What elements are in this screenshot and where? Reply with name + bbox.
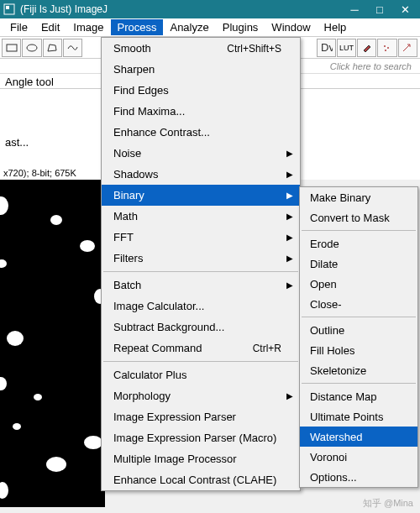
polygon-tool[interactable] xyxy=(43,39,62,57)
freehand-tool[interactable] xyxy=(63,39,82,57)
menu-item-enhance-contrast-[interactable]: Enhance Contrast... xyxy=(102,122,300,143)
menu-item-batch[interactable]: Batch▶ xyxy=(102,275,300,296)
submenu-item-open[interactable]: Open xyxy=(300,274,417,294)
submenu-arrow-icon: ▶ xyxy=(286,170,293,179)
minimize-button[interactable]: ─ xyxy=(343,2,366,17)
menu-item-smooth[interactable]: SmoothCtrl+Shift+S xyxy=(102,38,300,59)
menu-item-find-maxima-[interactable]: Find Maxima... xyxy=(102,101,300,122)
menu-item-shadows[interactable]: Shadows▶ xyxy=(102,164,300,185)
submenu-arrow-icon: ▶ xyxy=(286,280,293,290)
menu-item-noise[interactable]: Noise▶ xyxy=(102,143,300,164)
menu-separator xyxy=(302,317,416,317)
submenu-item-outline[interactable]: Outline xyxy=(300,320,417,340)
menu-item-subtract-background-[interactable]: Subtract Background... xyxy=(102,317,300,338)
submenu-item-erode[interactable]: Erode xyxy=(300,233,417,254)
menu-item-image-expression-parser[interactable]: Image Expression Parser xyxy=(102,406,300,427)
menu-separator xyxy=(302,230,416,231)
svg-point-3 xyxy=(27,44,37,51)
menu-item-morphology[interactable]: Morphology▶ xyxy=(102,385,300,406)
menu-item-calculator-plus[interactable]: Calculator Plus xyxy=(102,364,300,385)
svg-rect-1 xyxy=(6,6,9,9)
menu-image[interactable]: Image xyxy=(66,19,110,35)
menu-window[interactable]: Window xyxy=(265,19,317,35)
menu-process[interactable]: Process xyxy=(111,19,164,35)
svg-point-7 xyxy=(385,50,386,51)
submenu-item-dilate[interactable]: Dilate xyxy=(300,254,417,274)
submenu-item-watershed[interactable]: Watershed xyxy=(300,427,417,447)
search-hint[interactable]: Click here to search xyxy=(330,61,415,71)
oval-tool[interactable] xyxy=(22,39,41,57)
spray-tool[interactable] xyxy=(377,39,396,57)
menu-item-multiple-image-processor[interactable]: Multiple Image Processor xyxy=(102,448,300,469)
dev-tool[interactable]: Dv xyxy=(317,39,336,57)
menu-item-fft[interactable]: FFT▶ xyxy=(102,227,300,248)
menu-item-filters[interactable]: Filters▶ xyxy=(102,248,300,269)
submenu-item-close-[interactable]: Close- xyxy=(300,294,417,314)
submenu-item-ultimate-points[interactable]: Ultimate Points xyxy=(300,406,417,427)
menu-item-find-edges[interactable]: Find Edges xyxy=(102,80,300,101)
svg-point-6 xyxy=(387,47,389,49)
status-text: Angle tool xyxy=(5,76,54,88)
submenu-arrow-icon: ▶ xyxy=(286,233,293,242)
submenu-item-skeletonize[interactable]: Skeletonize xyxy=(300,360,417,380)
submenu-item-fill-holes[interactable]: Fill Holes xyxy=(300,340,417,360)
menu-analyze[interactable]: Analyze xyxy=(163,19,215,35)
watermark: 知乎 @Mina xyxy=(363,497,413,510)
menu-separator xyxy=(103,271,298,272)
menu-item-sharpen[interactable]: Sharpen xyxy=(102,59,300,80)
submenu-arrow-icon: ▶ xyxy=(286,191,293,200)
menu-item-binary[interactable]: Binary▶ xyxy=(102,185,300,206)
menu-item-math[interactable]: Math▶ xyxy=(102,206,300,227)
menu-separator xyxy=(103,361,298,362)
menu-edit[interactable]: Edit xyxy=(34,19,66,35)
window-title: (Fiji Is Just) ImageJ xyxy=(20,3,343,15)
svg-point-5 xyxy=(384,45,386,47)
menu-item-repeat-command[interactable]: Repeat CommandCtrl+R xyxy=(102,338,300,359)
submenu-arrow-icon: ▶ xyxy=(286,254,293,263)
binary-submenu: Make BinaryConvert to MaskErodeDilateOpe… xyxy=(299,186,418,488)
submenu-item-distance-map[interactable]: Distance Map xyxy=(300,386,417,406)
menu-separator xyxy=(302,383,416,384)
image-canvas[interactable] xyxy=(0,180,105,507)
submenu-item-voronoi[interactable]: Voronoi xyxy=(300,447,417,467)
arrow-tool[interactable] xyxy=(398,39,417,57)
titlebar: (Fiji Is Just) ImageJ ─ □ ✕ xyxy=(0,0,420,18)
brush-tool[interactable] xyxy=(357,39,376,57)
submenu-arrow-icon: ▶ xyxy=(286,149,293,158)
svg-text:Dv: Dv xyxy=(321,42,333,54)
rectangle-tool[interactable] xyxy=(2,39,21,57)
submenu-item-options-[interactable]: Options... xyxy=(300,467,417,487)
close-button[interactable]: ✕ xyxy=(393,2,417,17)
menu-file[interactable]: File xyxy=(3,19,34,35)
menu-item-enhance-local-contrast-clahe-[interactable]: Enhance Local Contrast (CLAHE) xyxy=(102,469,300,490)
submenu-arrow-icon: ▶ xyxy=(286,212,293,221)
submenu-item-make-binary[interactable]: Make Binary xyxy=(300,187,417,207)
submenu-arrow-icon: ▶ xyxy=(286,391,293,400)
submenu-item-convert-to-mask[interactable]: Convert to Mask xyxy=(300,207,417,228)
svg-rect-2 xyxy=(7,44,17,51)
menu-item-image-calculator-[interactable]: Image Calculator... xyxy=(102,296,300,317)
menu-help[interactable]: Help xyxy=(318,19,354,35)
menu-item-image-expression-parser-macro-[interactable]: Image Expression Parser (Macro) xyxy=(102,427,300,448)
lut-tool[interactable]: LUT xyxy=(337,39,356,57)
menubar: FileEditImageProcessAnalyzePluginsWindow… xyxy=(0,18,420,37)
maximize-button[interactable]: □ xyxy=(368,2,391,17)
menu-plugins[interactable]: Plugins xyxy=(216,19,265,35)
process-menu: SmoothCtrl+Shift+SSharpenFind EdgesFind … xyxy=(101,37,301,491)
app-icon xyxy=(3,3,15,15)
